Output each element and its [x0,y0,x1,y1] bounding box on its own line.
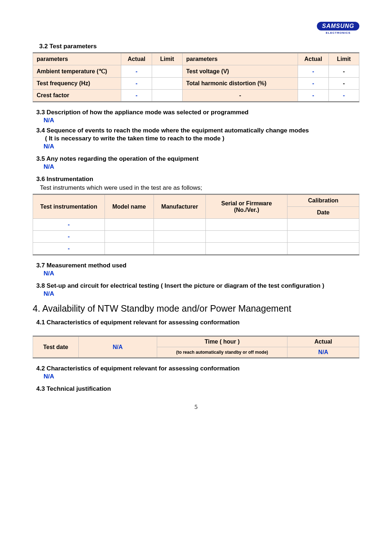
cell: - [33,243,105,255]
col-test-instr: Test instrumentation [33,194,105,219]
col-model: Model name [105,194,154,219]
col-parameters-2: parameters [183,53,298,65]
section-3-4-sub: ( It is necessary to write the taken tim… [45,135,359,142]
page-number: 5 [33,403,359,411]
section-4-3-title: 4.3 Technical justification [36,385,359,393]
param-blank: - [183,90,298,102]
cell [152,90,182,102]
section-4-2-title: 4.2 Characteristics of equipment relevan… [36,365,359,372]
cell [152,78,182,90]
cell-na: N/A [78,336,157,358]
col-mfr: Manufacturer [154,194,206,219]
section-3-5-title: 3.5 Any notes regarding the operation of… [36,155,359,163]
cell: - [298,65,328,78]
cell [105,243,154,255]
section-3-2-title: 3.2 Test parameters [39,43,359,50]
cell [287,231,359,243]
param-test-voltage: Test voltage (V) [183,65,298,78]
col-parameters: parameters [33,53,121,65]
section-3-8-title: 3.8 Set-up and circuit for electrical te… [36,282,359,290]
cell-actual-na: N/A [287,347,359,358]
cell [154,219,206,231]
cell [154,243,206,255]
section-3-6-title: 3.6 Instrumentation [36,176,359,183]
param-thd: Total harmonic distortion (%) [183,78,298,90]
cell: - [328,78,359,90]
col-time-sub: (to reach automatically standby or off m… [157,347,287,358]
cell: - [328,90,359,102]
cell: - [33,231,105,243]
cell [287,219,359,231]
conformation-table: Test date N/A Time ( hour ) Actual (to r… [33,336,359,358]
cell: - [121,65,152,78]
cell: - [121,90,152,102]
section-4-title: 4. Availability of NTW Standby mode and/… [33,303,359,314]
cell: - [298,78,328,90]
col-serial: Serial or Firmware (No./Ver.) [206,194,287,219]
cell: - [33,219,105,231]
cell: - [121,78,152,90]
cell [152,65,182,78]
param-crest: Crest factor [33,90,121,102]
col-date: Date [287,207,359,219]
col-actual-2: Actual [298,53,328,65]
section-3-4-value: N/A [44,143,359,150]
header-logo: SAMSUNG ELECTRONICS [33,22,359,36]
section-3-5-value: N/A [44,163,359,171]
section-3-8-value: N/A [44,290,359,297]
cell [206,219,287,231]
param-ambient-temp: Ambient temperature (℃) [33,65,121,78]
section-3-3-title: 3.3 Description of how the appliance mod… [36,109,359,116]
cell [105,231,154,243]
instrumentation-table: Test instrumentation Model name Manufact… [33,194,359,255]
section-3-4-title: 3.4 Sequence of events to reach the mode… [36,127,359,134]
cell [206,231,287,243]
section-4-2-value: N/A [44,373,359,380]
col-limit-2: Limit [328,53,359,65]
col-time: Time ( hour ) [157,336,287,347]
logo-sub: ELECTRONICS [317,31,359,34]
col-actual: Actual [287,336,359,347]
section-3-3-value: N/A [44,117,359,124]
cell [206,243,287,255]
cell: - [298,90,328,102]
section-4-1-title: 4.1 Characteristics of equipment relevan… [36,319,359,326]
cell [105,219,154,231]
section-3-7-title: 3.7 Measurement method used [36,262,359,269]
col-calibration: Calibration [287,194,359,207]
test-parameters-table: parameters Actual Limit parameters Actua… [33,52,359,102]
col-test-date: Test date [33,336,79,358]
logo-main: SAMSUNG [317,22,359,30]
col-actual: Actual [121,53,152,65]
col-limit: Limit [152,53,182,65]
section-3-7-value: N/A [44,270,359,277]
cell [287,243,359,255]
param-test-freq: Test frequency (Hz) [33,78,121,90]
cell: - [328,65,359,78]
section-3-6-desc: Test instruments which were used in the … [40,184,359,192]
cell [154,231,206,243]
